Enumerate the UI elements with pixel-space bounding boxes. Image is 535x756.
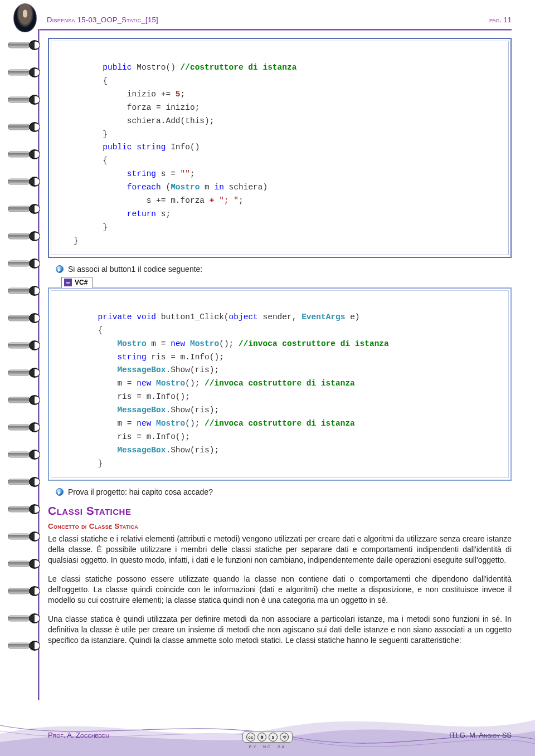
footer-school: ITI G. M. Angioy SS: [449, 731, 512, 739]
body-paragraph: Le classi statiche possono essere utiliz…: [48, 574, 512, 606]
svg-rect-25: [8, 207, 30, 208]
code-keyword: foreach: [59, 183, 161, 192]
svg-rect-65: [8, 480, 30, 481]
binder-ring: [8, 421, 42, 433]
code-keyword: string: [59, 353, 147, 362]
svg-rect-36: [8, 288, 30, 294]
code-text: .Show(ris);: [166, 446, 219, 455]
code-type: Mostro: [185, 339, 219, 348]
bullet-item: Si associ al button1 il codice seguente:: [56, 265, 512, 274]
code-string: "": [181, 169, 190, 178]
svg-rect-57: [8, 426, 30, 427]
code-keyword: public: [59, 63, 132, 72]
bullet-icon: [56, 265, 64, 273]
binder-ring: [8, 503, 42, 515]
svg-rect-21: [8, 180, 30, 181]
binder-ring: [8, 367, 42, 379]
vc-sharp-tab: ∞ VC#: [61, 277, 93, 288]
code-text: ris = m.Info();: [147, 353, 224, 362]
svg-rect-73: [8, 535, 30, 536]
svg-rect-1: [8, 43, 30, 45]
bullet-item: Prova il progetto: hai capito cosa accad…: [56, 487, 512, 496]
svg-rect-68: [8, 506, 30, 512]
cc-sa-label: SA: [278, 745, 286, 749]
binder-ring: [8, 66, 42, 79]
svg-rect-16: [8, 152, 30, 157]
cc-by-label: BY: [249, 745, 257, 749]
code-text: m: [200, 183, 214, 192]
code-type: Mostro: [59, 339, 147, 348]
author-portrait: [13, 3, 37, 32]
svg-rect-8: [8, 97, 30, 103]
code-text: button1_Click(: [156, 313, 229, 321]
svg-rect-77: [8, 562, 30, 563]
binder-ring: [8, 94, 42, 106]
vs-icon: ∞: [64, 279, 72, 286]
header-title: Dispensa 15-03_OOP_Static_[15]: [47, 16, 158, 24]
code-text: ;: [239, 196, 244, 205]
svg-rect-49: [8, 371, 30, 372]
svg-rect-84: [8, 616, 30, 621]
spiral-binders: // placeholder; actual binders injected …: [8, 39, 47, 667]
code-text: s =: [156, 169, 181, 178]
footer-author: Prof. A. Zoccheddu: [48, 731, 109, 739]
svg-rect-52: [8, 397, 30, 403]
code-number: 5: [176, 90, 181, 99]
code-text: {: [59, 156, 108, 165]
bullet-text: Si associ al button1 il codice seguente:: [68, 265, 202, 274]
code-comment: //costruttore di istanza: [181, 63, 297, 72]
code-text: m =: [147, 339, 171, 348]
binder-ring: [8, 257, 42, 270]
code-text: }: [59, 130, 108, 139]
binder-ring: [8, 339, 42, 352]
page: Dispensa 15-03_OOP_Static_[15] pag. 11 /…: [0, 0, 535, 756]
code-keyword: public: [59, 143, 132, 152]
svg-rect-48: [8, 370, 30, 375]
svg-rect-76: [8, 561, 30, 567]
code-text: schiera): [224, 183, 268, 192]
tab-label: VC#: [75, 279, 87, 286]
code-text: {: [59, 76, 108, 85]
binder-ring: [8, 39, 42, 51]
code-text: ris = m.Info();: [59, 392, 190, 401]
code-keyword: new: [137, 419, 151, 428]
svg-rect-20: [8, 179, 30, 184]
svg-rect-64: [8, 479, 30, 485]
cc-by-icon: 🄯: [257, 733, 266, 742]
svg-rect-61: [8, 453, 30, 454]
svg-rect-9: [8, 98, 30, 99]
svg-rect-60: [8, 452, 30, 457]
cc-icon: cc: [246, 733, 255, 742]
code-text: forza = inizio;: [59, 103, 200, 112]
code-text: Mostro(): [132, 63, 181, 72]
code-type: Mostro: [151, 379, 185, 388]
code-text: ();: [219, 339, 239, 348]
code-text: ();: [185, 419, 205, 428]
binder-ring: [8, 312, 42, 324]
cc-sa-icon: ⟲: [280, 733, 289, 742]
binder-ring: [8, 640, 42, 652]
header-separator: [38, 29, 512, 31]
binder-ring: [8, 448, 42, 461]
body-paragraph: Una classe statica è quindi utilizzata p…: [48, 614, 512, 646]
svg-rect-44: [8, 343, 30, 348]
code-type: MessageBox: [59, 446, 166, 455]
code-text: {: [59, 326, 103, 335]
cc-nc-label: NC: [263, 745, 272, 749]
svg-rect-0: [8, 42, 30, 48]
cc-nc-icon: $: [269, 733, 278, 742]
code-text: e): [345, 313, 359, 321]
svg-rect-69: [8, 508, 30, 509]
svg-rect-80: [8, 588, 30, 594]
code-text: ;: [181, 90, 186, 99]
code-keyword: in: [214, 183, 223, 192]
code-string: "; ": [219, 196, 239, 205]
svg-rect-5: [8, 71, 30, 72]
code-text: sender,: [258, 313, 301, 321]
svg-rect-37: [8, 289, 30, 290]
code-text: .Show(ris);: [166, 406, 219, 414]
code-keyword: object: [229, 313, 258, 321]
code-keyword: void: [132, 313, 157, 321]
code-comment: //invoca costruttore di istanza: [205, 419, 355, 428]
binder-ring: [8, 585, 42, 597]
